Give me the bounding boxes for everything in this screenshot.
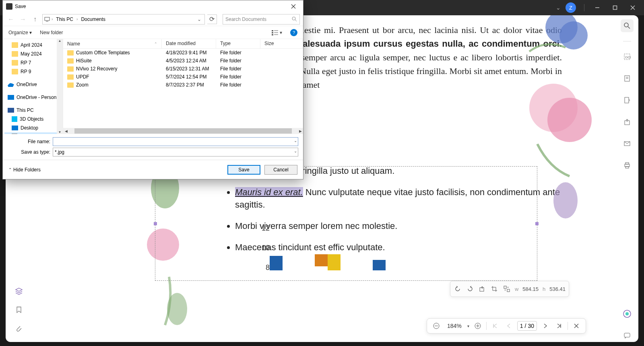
cancel-button[interactable]: Cancel (264, 165, 297, 175)
nav-up-button[interactable]: ↑ (30, 14, 40, 24)
user-avatar[interactable]: Z (566, 2, 576, 13)
share-icon[interactable] (621, 115, 634, 128)
ai-icon[interactable] (621, 307, 634, 320)
zoom-value[interactable]: 184% (445, 323, 464, 329)
list-item: Maecenas tincidunt est effic vulputate. (235, 241, 562, 254)
search-icon (292, 16, 297, 22)
svg-rect-37 (625, 167, 629, 168)
svg-rect-17 (507, 289, 510, 292)
attachment-icon[interactable] (11, 320, 27, 336)
tree-item: This PC (4, 106, 61, 115)
rotate-left-icon[interactable] (454, 284, 462, 293)
minimize-button[interactable] (589, 2, 605, 14)
dialog-body: April 2024 May 2024 RP 7 RP 9 OneDrive O… (3, 39, 303, 134)
height-label: h (543, 286, 545, 292)
file-row[interactable]: NVivo 12 Recovery6/15/2023 12:31 AMFile … (63, 65, 303, 73)
print-icon[interactable] (621, 159, 634, 172)
filetype-select[interactable]: *.jpg⌄ (53, 148, 298, 157)
page-indicator[interactable]: 1 / 30 (517, 321, 537, 331)
chart-y-ticks: 12 10 8 (262, 224, 270, 272)
svg-point-39 (625, 312, 629, 315)
titlebar-chevron-down-icon[interactable]: ⌄ (556, 4, 561, 11)
crop-toolbar[interactable]: w 584.15 h 536.41 (450, 281, 569, 297)
file-row[interactable]: UPDF5/7/2024 12:54 PMFile folder (63, 73, 303, 81)
current-page: 1 (520, 323, 523, 329)
search-icon[interactable] (621, 19, 634, 32)
save-button[interactable]: Save (227, 165, 260, 175)
breadcrumb-thispc[interactable]: This PC (54, 16, 75, 22)
nav-forward-button[interactable]: → (18, 14, 28, 24)
file-row[interactable]: Zoom8/7/2023 2:37 PMFile folder (63, 81, 303, 89)
filename-dropdown-icon[interactable]: ⌄ (294, 138, 297, 143)
dialog-inputs: File name: ⌄ Save as type: *.jpg⌄ (3, 134, 303, 160)
organize-menu[interactable]: Organize ▾ (8, 30, 32, 35)
dialog-close-button[interactable] (287, 2, 300, 11)
dialog-titlebar[interactable]: Save (3, 0, 303, 12)
pc-icon (44, 16, 50, 22)
width-value: 584.15 (522, 286, 539, 292)
dialog-buttons: ⌃Hide Folders Save Cancel (3, 160, 303, 179)
filetype-label: Save as type: (8, 149, 53, 155)
col-date: Date modified (162, 39, 216, 48)
dialog-toolbar: Organize ▾ New folder ▾ ? (3, 26, 303, 39)
file-list[interactable]: Name⌃ Date modified Type Size Custom Off… (63, 39, 303, 134)
nav-back-button[interactable]: ← (6, 14, 16, 24)
hide-folders-button[interactable]: ⌃Hide Folders (8, 167, 41, 173)
last-page-button[interactable] (554, 321, 564, 331)
dialog-title: Save (15, 4, 26, 9)
file-row[interactable]: HiSuite4/5/2023 12:24 AMFile folder (63, 57, 303, 65)
search-input[interactable]: Search Documents (223, 14, 300, 25)
dialog-nav: ← → ↑ › This PC › Documents ⌄ ⟳ Search D… (3, 12, 303, 26)
breadcrumb-documents[interactable]: Documents (79, 16, 107, 22)
replace-icon[interactable] (503, 284, 511, 293)
col-size: Size (260, 39, 303, 48)
zoom-in-button[interactable] (473, 321, 483, 331)
mail-icon[interactable] (621, 137, 634, 150)
filename-label: File name: (8, 139, 53, 144)
close-button[interactable] (625, 2, 641, 14)
export-icon[interactable] (478, 284, 486, 293)
crop-icon[interactable] (490, 284, 498, 293)
rotate-right-icon[interactable] (466, 284, 474, 293)
tree-item: Desktop (4, 124, 61, 132)
path-dropdown-icon[interactable]: ⌄ (196, 16, 203, 22)
view-mode-button[interactable]: ▾ (272, 30, 282, 35)
file-list-scrollbar[interactable]: ◀▶ (63, 128, 303, 134)
new-folder-button[interactable]: New folder (40, 30, 63, 35)
tree-item: OneDrive (4, 80, 61, 89)
tree-item: May 2024 (4, 49, 61, 58)
file-list-header[interactable]: Name⌃ Date modified Type Size (63, 39, 303, 49)
svg-rect-36 (625, 163, 629, 164)
help-button[interactable]: ? (290, 29, 297, 36)
save-dialog: Save ← → ↑ › This PC › Documents ⌄ ⟳ Sea… (2, 0, 303, 179)
tree-scrollbar[interactable]: ▲▼ (57, 39, 63, 134)
filename-input[interactable]: ⌄ (53, 137, 298, 146)
file-row[interactable]: Custom Office Templates4/18/2023 9:41 PM… (63, 49, 303, 57)
page-icon[interactable] (621, 72, 634, 85)
address-bar[interactable]: › This PC › Documents ⌄ (42, 14, 205, 25)
close-toolbar-button[interactable] (571, 321, 582, 331)
svg-rect-1 (613, 6, 617, 10)
refresh-button[interactable]: ⟳ (207, 14, 217, 24)
maximize-button[interactable] (607, 2, 623, 14)
ocr-icon[interactable]: OCR (621, 50, 634, 63)
folder-tree[interactable]: April 2024 May 2024 RP 7 RP 9 OneDrive O… (3, 39, 63, 134)
convert-icon[interactable] (621, 94, 634, 107)
col-type: Type (216, 39, 260, 48)
layers-icon[interactable] (11, 283, 27, 299)
svg-line-46 (295, 20, 297, 21)
app-icon (6, 3, 12, 10)
prev-page-button[interactable] (504, 321, 514, 331)
search-placeholder: Search Documents (225, 16, 266, 22)
zoom-toolbar[interactable]: 184% ▾ 1 / 30 (427, 318, 586, 334)
embedded-chart (270, 254, 386, 270)
zoom-out-button[interactable] (431, 321, 442, 331)
comment-icon[interactable] (621, 329, 634, 342)
next-page-button[interactable] (540, 321, 551, 331)
svg-rect-15 (480, 288, 484, 291)
svg-rect-16 (504, 286, 506, 288)
first-page-button[interactable] (490, 321, 500, 331)
bookmark-icon[interactable] (11, 302, 27, 318)
filetype-dropdown-icon[interactable]: ⌄ (294, 149, 297, 153)
zoom-chevron-down-icon[interactable]: ▾ (467, 324, 469, 328)
